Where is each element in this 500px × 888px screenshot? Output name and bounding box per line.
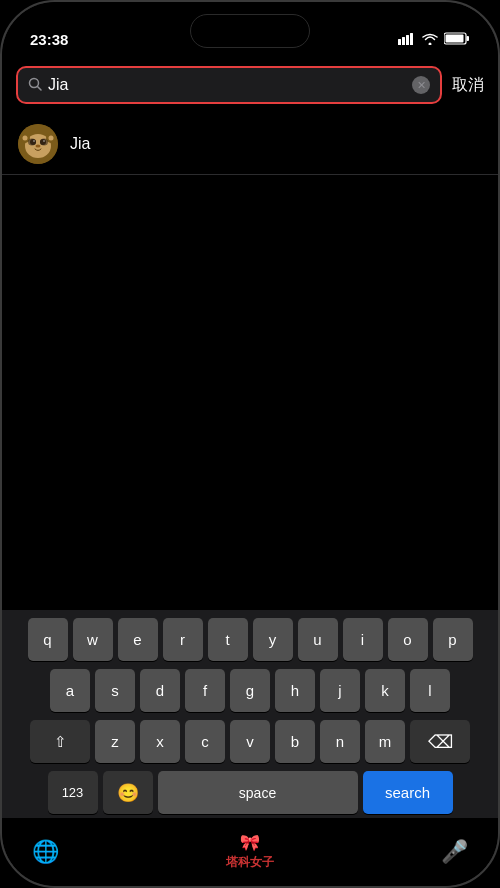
dynamic-island (190, 14, 310, 48)
key-numbers[interactable]: 123 (48, 771, 98, 814)
search-box[interactable]: Jia ✕ (16, 66, 442, 104)
search-input[interactable]: Jia (48, 76, 406, 94)
status-time: 23:38 (30, 31, 68, 48)
svg-rect-0 (398, 39, 401, 45)
key-w[interactable]: w (73, 618, 113, 661)
key-q[interactable]: q (28, 618, 68, 661)
key-r[interactable]: r (163, 618, 203, 661)
result-item[interactable]: Jia (2, 114, 498, 175)
search-magnifier-icon (28, 77, 42, 94)
svg-rect-5 (467, 36, 470, 41)
svg-rect-3 (410, 33, 413, 45)
search-clear-button[interactable]: ✕ (412, 76, 430, 94)
key-backspace[interactable]: ⌫ (410, 720, 470, 763)
key-x[interactable]: x (140, 720, 180, 763)
keyboard-rows: q w e r t y u i o p a s d f g (6, 618, 494, 814)
key-v[interactable]: v (230, 720, 270, 763)
status-bar: 23:38 (2, 2, 498, 56)
result-name: Jia (70, 135, 90, 153)
keyboard: q w e r t y u i o p a s d f g (2, 610, 498, 818)
globe-icon[interactable]: 🌐 (32, 839, 59, 865)
key-m[interactable]: m (365, 720, 405, 763)
cancel-button[interactable]: 取消 (452, 75, 484, 96)
key-y[interactable]: y (253, 618, 293, 661)
key-emoji[interactable]: 😊 (103, 771, 153, 814)
key-t[interactable]: t (208, 618, 248, 661)
svg-line-8 (38, 86, 42, 90)
key-search[interactable]: search (363, 771, 453, 814)
svg-rect-1 (402, 37, 405, 45)
key-l[interactable]: l (410, 669, 450, 712)
keyboard-row-2: a s d f g h j k l (6, 669, 494, 712)
key-o[interactable]: o (388, 618, 428, 661)
key-u[interactable]: u (298, 618, 338, 661)
key-z[interactable]: z (95, 720, 135, 763)
results-area: Jia (2, 114, 498, 175)
key-c[interactable]: c (185, 720, 225, 763)
svg-point-21 (40, 139, 48, 146)
svg-point-17 (23, 136, 28, 141)
key-i[interactable]: i (343, 618, 383, 661)
avatar (18, 124, 58, 164)
key-shift[interactable]: ⇧ (30, 720, 90, 763)
wifi-icon (422, 33, 438, 48)
phone-frame: 23:38 Jia ✕ 取消 (0, 0, 500, 888)
signal-icon (398, 33, 416, 48)
key-e[interactable]: e (118, 618, 158, 661)
key-f[interactable]: f (185, 669, 225, 712)
brand-icon: 🎀 (240, 833, 260, 852)
battery-icon (444, 32, 470, 48)
svg-point-20 (28, 139, 36, 146)
bottom-bar: 🌐 🎀 塔科女子 🎤 (2, 818, 498, 886)
key-g[interactable]: g (230, 669, 270, 712)
svg-point-15 (36, 145, 41, 148)
key-space[interactable]: space (158, 771, 358, 814)
key-p[interactable]: p (433, 618, 473, 661)
svg-rect-6 (446, 35, 464, 43)
main-content (2, 175, 498, 610)
keyboard-row-3: ⇧ z x c v b n m ⌫ (6, 720, 494, 763)
phone-screen: 23:38 Jia ✕ 取消 (2, 2, 498, 886)
key-b[interactable]: b (275, 720, 315, 763)
keyboard-row-4: 123 😊 space search (6, 771, 494, 814)
svg-point-19 (49, 136, 54, 141)
svg-rect-2 (406, 35, 409, 45)
status-icons (398, 32, 470, 48)
search-area: Jia ✕ 取消 (2, 56, 498, 114)
key-h[interactable]: h (275, 669, 315, 712)
brand-text: 塔科女子 (226, 854, 274, 871)
key-j[interactable]: j (320, 669, 360, 712)
key-a[interactable]: a (50, 669, 90, 712)
key-n[interactable]: n (320, 720, 360, 763)
mic-icon[interactable]: 🎤 (441, 839, 468, 865)
brand-area: 🎀 塔科女子 (226, 833, 274, 871)
keyboard-row-1: q w e r t y u i o p (6, 618, 494, 661)
key-d[interactable]: d (140, 669, 180, 712)
key-k[interactable]: k (365, 669, 405, 712)
key-s[interactable]: s (95, 669, 135, 712)
